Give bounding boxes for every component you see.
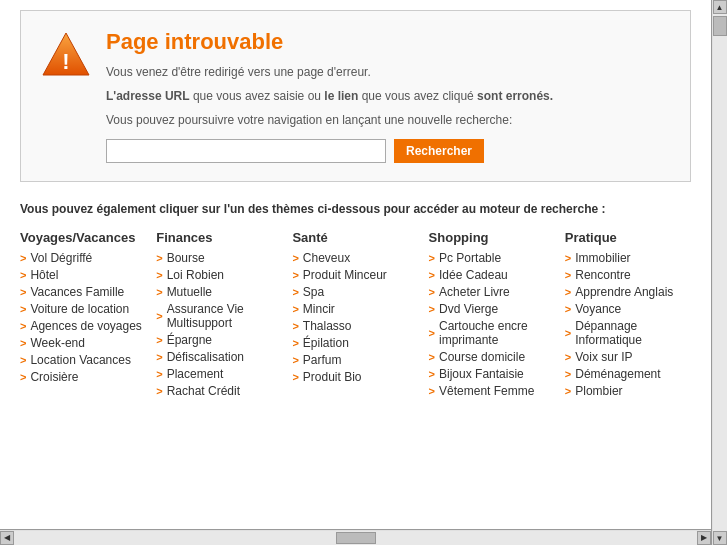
arrow-icon: > <box>565 351 571 363</box>
category-link-2-2[interactable]: > Spa <box>292 285 418 299</box>
list-item: > Hôtel <box>20 268 146 282</box>
category-link-2-0[interactable]: > Cheveux <box>292 251 418 265</box>
category-title-3: Shopping <box>429 230 555 245</box>
arrow-icon: > <box>429 252 435 264</box>
categories-intro: Vous pouvez également cliquer sur l'un d… <box>20 202 691 216</box>
category-link-4-2[interactable]: > Apprendre Anglais <box>565 285 691 299</box>
category-link-1-7[interactable]: > Rachat Crédit <box>156 384 282 398</box>
category-link-0-1[interactable]: > Hôtel <box>20 268 146 282</box>
arrow-icon: > <box>156 334 162 346</box>
category-link-3-5[interactable]: > Course domicile <box>429 350 555 364</box>
list-item: > Plombier <box>565 384 691 398</box>
category-link-0-0[interactable]: > Vol Dégriffé <box>20 251 146 265</box>
arrow-icon: > <box>292 354 298 366</box>
list-item: > Cartouche encre imprimante <box>429 319 555 347</box>
category-link-4-4[interactable]: > Dépannage Informatique <box>565 319 691 347</box>
category-link-1-4[interactable]: > Épargne <box>156 333 282 347</box>
category-link-1-6[interactable]: > Placement <box>156 367 282 381</box>
list-item: > Bourse <box>156 251 282 265</box>
arrow-icon: > <box>429 385 435 397</box>
category-column-0: Voyages/Vacances> Vol Dégriffé> Hôtel> V… <box>20 230 146 401</box>
list-item: > Placement <box>156 367 282 381</box>
list-item: > Rencontre <box>565 268 691 282</box>
category-column-4: Pratique> Immobilier> Rencontre> Apprend… <box>565 230 691 401</box>
category-link-0-6[interactable]: > Location Vacances <box>20 353 146 367</box>
category-link-2-3[interactable]: > Mincir <box>292 302 418 316</box>
list-item: > Mincir <box>292 302 418 316</box>
category-link-3-3[interactable]: > Dvd Vierge <box>429 302 555 316</box>
list-item: > Voiture de location <box>20 302 146 316</box>
bold-end: sont erronés. <box>477 89 553 103</box>
scroll-left-arrow[interactable]: ◀ <box>0 531 14 545</box>
arrow-icon: > <box>565 269 571 281</box>
category-link-0-3[interactable]: > Voiture de location <box>20 302 146 316</box>
category-link-3-7[interactable]: > Vêtement Femme <box>429 384 555 398</box>
list-item: > Vacances Famille <box>20 285 146 299</box>
arrow-icon: > <box>156 385 162 397</box>
list-item: > Acheter Livre <box>429 285 555 299</box>
category-link-4-3[interactable]: > Voyance <box>565 302 691 316</box>
arrow-icon: > <box>565 303 571 315</box>
category-link-2-6[interactable]: > Parfum <box>292 353 418 367</box>
scroll-thumb[interactable] <box>713 16 727 36</box>
category-link-3-4[interactable]: > Cartouche encre imprimante <box>429 319 555 347</box>
category-link-3-2[interactable]: > Acheter Livre <box>429 285 555 299</box>
list-item: > Pc Portable <box>429 251 555 265</box>
scrollbar-right[interactable]: ▲ ▼ <box>711 0 727 545</box>
category-title-4: Pratique <box>565 230 691 245</box>
link-label: le lien <box>324 89 358 103</box>
arrow-icon: > <box>20 337 26 349</box>
category-link-1-5[interactable]: > Défiscalisation <box>156 350 282 364</box>
category-link-3-6[interactable]: > Bijoux Fantaisie <box>429 367 555 381</box>
list-item: > Épargne <box>156 333 282 347</box>
category-list-0: > Vol Dégriffé> Hôtel> Vacances Famille>… <box>20 251 146 384</box>
category-list-2: > Cheveux> Produit Minceur> Spa> Mincir>… <box>292 251 418 384</box>
category-link-0-5[interactable]: > Week-end <box>20 336 146 350</box>
category-link-0-2[interactable]: > Vacances Famille <box>20 285 146 299</box>
error-title: Page introuvable <box>106 29 553 55</box>
category-link-1-2[interactable]: > Mutuelle <box>156 285 282 299</box>
category-link-4-6[interactable]: > Déménagement <box>565 367 691 381</box>
category-link-2-5[interactable]: > Épilation <box>292 336 418 350</box>
category-link-3-1[interactable]: > Idée Cadeau <box>429 268 555 282</box>
navigation-text: Vous pouvez poursuivre votre navigation … <box>106 111 553 129</box>
list-item: > Dépannage Informatique <box>565 319 691 347</box>
scroll-right-arrow[interactable]: ▶ <box>697 531 711 545</box>
search-input[interactable] <box>106 139 386 163</box>
category-link-1-1[interactable]: > Loi Robien <box>156 268 282 282</box>
list-item: > Vêtement Femme <box>429 384 555 398</box>
category-column-2: Santé> Cheveux> Produit Minceur> Spa> Mi… <box>292 230 418 401</box>
search-button[interactable]: Rechercher <box>394 139 484 163</box>
list-item: > Dvd Vierge <box>429 302 555 316</box>
scrollbar-bottom[interactable]: ◀ ▶ <box>0 529 711 545</box>
main-content: ! Page introuvable Vous venez d'être red… <box>0 0 711 431</box>
list-item: > Voyance <box>565 302 691 316</box>
arrow-icon: > <box>429 351 435 363</box>
arrow-icon: > <box>565 327 571 339</box>
link-middle: que vous avez cliqué <box>358 89 477 103</box>
scroll-down-arrow[interactable]: ▼ <box>713 531 727 545</box>
category-link-2-4[interactable]: > Thalasso <box>292 319 418 333</box>
categories-grid: Voyages/Vacances> Vol Dégriffé> Hôtel> V… <box>20 230 691 401</box>
scroll-up-arrow[interactable]: ▲ <box>713 0 727 14</box>
category-link-3-0[interactable]: > Pc Portable <box>429 251 555 265</box>
category-link-4-7[interactable]: > Plombier <box>565 384 691 398</box>
list-item: > Thalasso <box>292 319 418 333</box>
category-link-4-5[interactable]: > Voix sur IP <box>565 350 691 364</box>
list-item: > Vol Dégriffé <box>20 251 146 265</box>
category-link-1-3[interactable]: > Assurance Vie Multisupport <box>156 302 282 330</box>
list-item: > Cheveux <box>292 251 418 265</box>
scroll-h-thumb[interactable] <box>336 532 376 544</box>
category-link-4-1[interactable]: > Rencontre <box>565 268 691 282</box>
category-link-1-0[interactable]: > Bourse <box>156 251 282 265</box>
list-item: > Loi Robien <box>156 268 282 282</box>
list-item: > Assurance Vie Multisupport <box>156 302 282 330</box>
category-link-2-1[interactable]: > Produit Minceur <box>292 268 418 282</box>
category-link-0-7[interactable]: > Croisière <box>20 370 146 384</box>
arrow-icon: > <box>565 252 571 264</box>
category-link-4-0[interactable]: > Immobilier <box>565 251 691 265</box>
category-link-2-7[interactable]: > Produit Bio <box>292 370 418 384</box>
error-subtitle: Vous venez d'être redirigé vers une page… <box>106 63 553 81</box>
category-link-0-4[interactable]: > Agences de voyages <box>20 319 146 333</box>
arrow-icon: > <box>565 385 571 397</box>
